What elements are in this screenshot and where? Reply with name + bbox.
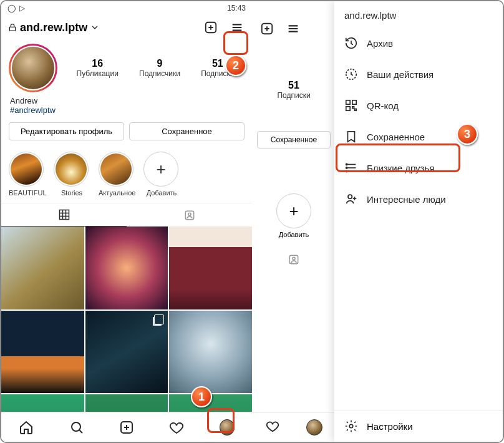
svg-point-26 bbox=[293, 257, 295, 260]
highlight-2[interactable]: Stories bbox=[54, 152, 90, 197]
stat-followers[interactable]: 9 Подписчики bbox=[139, 58, 180, 78]
posts-grid bbox=[1, 226, 252, 412]
callout-3: 3 bbox=[457, 124, 478, 145]
post-4[interactable] bbox=[1, 311, 84, 394]
svg-rect-32 bbox=[355, 109, 357, 111]
saved-button-sliver[interactable]: Сохраненное bbox=[257, 131, 331, 148]
plus-icon: + bbox=[143, 152, 178, 187]
new-post-button-r[interactable] bbox=[258, 20, 276, 37]
status-time: 15:43 bbox=[227, 4, 246, 12]
stats-row: 16 Публикации 9 Подписчики 51 Подписки bbox=[1, 40, 252, 92]
tab-grid[interactable] bbox=[1, 203, 127, 226]
play-icon: ▷ bbox=[19, 4, 25, 12]
menu-close-friends[interactable]: Близкие друзья bbox=[334, 152, 503, 183]
opera-icon: ◯ bbox=[7, 4, 16, 12]
svg-rect-29 bbox=[352, 100, 356, 104]
post-8[interactable] bbox=[85, 394, 168, 412]
menu-discover[interactable]: Интересные люди bbox=[334, 183, 503, 215]
post-6[interactable] bbox=[169, 311, 252, 394]
svg-point-39 bbox=[348, 195, 352, 198]
bio: Andrew #andrewlptw bbox=[1, 92, 252, 116]
edit-profile-button[interactable]: Редактировать профиль bbox=[9, 122, 124, 140]
bookmark-icon bbox=[344, 130, 358, 144]
profile-tabs bbox=[1, 203, 252, 226]
phone-left: ◯ ▷ 15:43 and.rew.lptw bbox=[1, 1, 252, 442]
callout-2: 2 bbox=[225, 55, 246, 76]
gear-icon bbox=[344, 419, 358, 433]
bottom-nav bbox=[1, 412, 252, 442]
highlights-row: BEAUTIFUL Stories Актуальное + Добавить bbox=[1, 147, 252, 203]
svg-rect-30 bbox=[346, 107, 350, 110]
profile-avatar[interactable] bbox=[9, 44, 57, 92]
menu-activity[interactable]: Ваши действия bbox=[334, 59, 503, 90]
backdrop-left-sliver: 51 Подписки Сохраненное + Добавить bbox=[252, 1, 336, 442]
post-3[interactable] bbox=[169, 226, 252, 309]
phone-right: 51 Подписки Сохраненное + Добавить bbox=[252, 1, 503, 442]
display-name: Andrew bbox=[10, 96, 243, 105]
highlight-1[interactable]: BEAUTIFUL bbox=[9, 152, 45, 197]
nav-search[interactable] bbox=[69, 420, 84, 435]
new-post-button[interactable] bbox=[202, 19, 220, 36]
svg-rect-7 bbox=[59, 210, 69, 220]
svg-point-13 bbox=[188, 213, 190, 215]
nav-activity-r[interactable] bbox=[266, 419, 279, 436]
tab-tagged[interactable] bbox=[127, 203, 252, 226]
menu-button-r[interactable] bbox=[284, 20, 302, 37]
svg-rect-28 bbox=[346, 100, 350, 104]
status-bar: ◯ ▷ 15:43 bbox=[1, 1, 252, 15]
highlight-add[interactable]: + Добавить bbox=[143, 152, 180, 197]
plus-icon-sliver[interactable]: + bbox=[276, 193, 311, 228]
nav-create[interactable] bbox=[119, 420, 134, 435]
menu-settings[interactable]: Настройки bbox=[334, 410, 503, 442]
lock-icon bbox=[7, 22, 17, 32]
svg-rect-0 bbox=[9, 27, 15, 31]
svg-point-14 bbox=[72, 422, 80, 431]
svg-point-37 bbox=[346, 167, 347, 168]
nav-activity[interactable] bbox=[169, 420, 184, 435]
nav-profile-r[interactable] bbox=[306, 419, 322, 436]
chevron-down-icon bbox=[90, 22, 100, 32]
nav-home[interactable] bbox=[19, 420, 34, 435]
svg-point-42 bbox=[349, 424, 353, 428]
bio-hashtag[interactable]: #andrewlptw bbox=[10, 105, 243, 115]
side-menu: and.rew.lptw Архив Ваши действия QR-код … bbox=[334, 1, 503, 442]
menu-archive[interactable]: Архив bbox=[334, 27, 503, 59]
svg-line-15 bbox=[79, 430, 82, 433]
menu-username: and.rew.lptw bbox=[344, 10, 396, 21]
profile-header: and.rew.lptw bbox=[1, 15, 252, 40]
nav-profile[interactable] bbox=[220, 420, 235, 435]
username-selector[interactable]: and.rew.lptw bbox=[7, 21, 100, 34]
menu-qr[interactable]: QR-код bbox=[334, 90, 503, 121]
highlight-3[interactable]: Актуальное bbox=[99, 152, 135, 197]
menu-button[interactable] bbox=[228, 19, 246, 36]
callout-1: 1 bbox=[191, 386, 212, 407]
post-7[interactable] bbox=[1, 394, 84, 412]
svg-point-38 bbox=[346, 170, 347, 172]
stat-posts[interactable]: 16 Публикации bbox=[77, 58, 119, 78]
post-5[interactable] bbox=[85, 311, 168, 394]
svg-point-36 bbox=[346, 163, 347, 165]
saved-button[interactable]: Сохраненное bbox=[129, 122, 245, 140]
post-2[interactable] bbox=[85, 226, 168, 309]
post-1[interactable] bbox=[1, 226, 84, 309]
username-text: and.rew.lptw bbox=[20, 21, 87, 34]
svg-rect-31 bbox=[352, 107, 354, 109]
